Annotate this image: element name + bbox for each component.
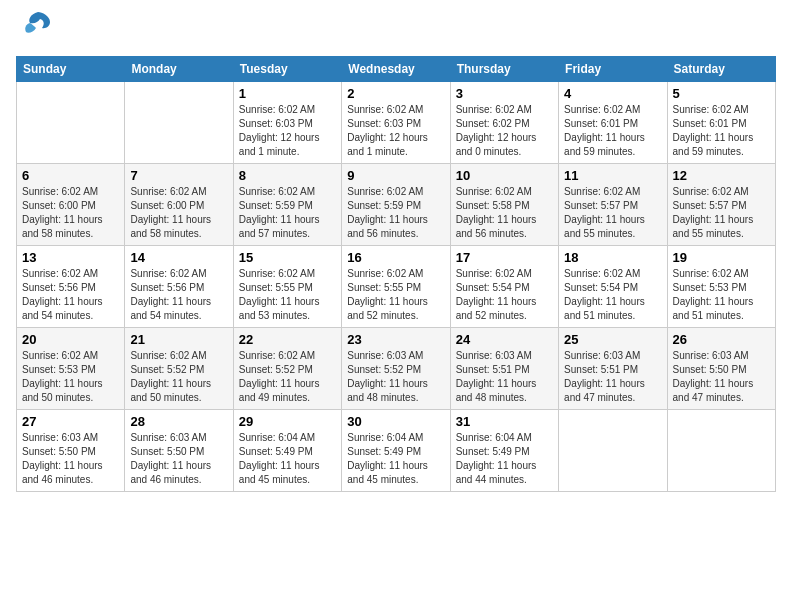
day-number: 5 — [673, 86, 770, 101]
day-info: Sunrise: 6:04 AM Sunset: 5:49 PM Dayligh… — [456, 431, 553, 487]
day-info: Sunrise: 6:02 AM Sunset: 5:54 PM Dayligh… — [456, 267, 553, 323]
day-number: 7 — [130, 168, 227, 183]
logo — [16, 16, 56, 46]
day-info: Sunrise: 6:02 AM Sunset: 5:55 PM Dayligh… — [239, 267, 336, 323]
day-info: Sunrise: 6:03 AM Sunset: 5:52 PM Dayligh… — [347, 349, 444, 405]
calendar-cell: 16Sunrise: 6:02 AM Sunset: 5:55 PM Dayli… — [342, 246, 450, 328]
day-info: Sunrise: 6:03 AM Sunset: 5:50 PM Dayligh… — [130, 431, 227, 487]
calendar-cell: 13Sunrise: 6:02 AM Sunset: 5:56 PM Dayli… — [17, 246, 125, 328]
day-number: 14 — [130, 250, 227, 265]
calendar-cell: 9Sunrise: 6:02 AM Sunset: 5:59 PM Daylig… — [342, 164, 450, 246]
day-number: 21 — [130, 332, 227, 347]
calendar-cell: 21Sunrise: 6:02 AM Sunset: 5:52 PM Dayli… — [125, 328, 233, 410]
col-header-tuesday: Tuesday — [233, 57, 341, 82]
day-number: 15 — [239, 250, 336, 265]
calendar-cell: 23Sunrise: 6:03 AM Sunset: 5:52 PM Dayli… — [342, 328, 450, 410]
day-number: 8 — [239, 168, 336, 183]
calendar-cell: 28Sunrise: 6:03 AM Sunset: 5:50 PM Dayli… — [125, 410, 233, 492]
day-info: Sunrise: 6:03 AM Sunset: 5:51 PM Dayligh… — [456, 349, 553, 405]
calendar-cell: 5Sunrise: 6:02 AM Sunset: 6:01 PM Daylig… — [667, 82, 775, 164]
day-info: Sunrise: 6:02 AM Sunset: 5:52 PM Dayligh… — [130, 349, 227, 405]
calendar-table: SundayMondayTuesdayWednesdayThursdayFrid… — [16, 56, 776, 492]
col-header-sunday: Sunday — [17, 57, 125, 82]
col-header-wednesday: Wednesday — [342, 57, 450, 82]
calendar-cell: 25Sunrise: 6:03 AM Sunset: 5:51 PM Dayli… — [559, 328, 667, 410]
day-info: Sunrise: 6:02 AM Sunset: 6:00 PM Dayligh… — [22, 185, 119, 241]
calendar-cell: 18Sunrise: 6:02 AM Sunset: 5:54 PM Dayli… — [559, 246, 667, 328]
day-info: Sunrise: 6:02 AM Sunset: 5:56 PM Dayligh… — [130, 267, 227, 323]
calendar-cell: 11Sunrise: 6:02 AM Sunset: 5:57 PM Dayli… — [559, 164, 667, 246]
day-info: Sunrise: 6:02 AM Sunset: 6:03 PM Dayligh… — [347, 103, 444, 159]
calendar-cell: 31Sunrise: 6:04 AM Sunset: 5:49 PM Dayli… — [450, 410, 558, 492]
logo-bird-icon — [20, 6, 56, 46]
day-info: Sunrise: 6:03 AM Sunset: 5:50 PM Dayligh… — [22, 431, 119, 487]
col-header-saturday: Saturday — [667, 57, 775, 82]
day-info: Sunrise: 6:02 AM Sunset: 5:53 PM Dayligh… — [673, 267, 770, 323]
day-number: 28 — [130, 414, 227, 429]
calendar-cell: 4Sunrise: 6:02 AM Sunset: 6:01 PM Daylig… — [559, 82, 667, 164]
day-number: 29 — [239, 414, 336, 429]
day-number: 10 — [456, 168, 553, 183]
day-number: 24 — [456, 332, 553, 347]
calendar-cell: 15Sunrise: 6:02 AM Sunset: 5:55 PM Dayli… — [233, 246, 341, 328]
day-number: 12 — [673, 168, 770, 183]
day-info: Sunrise: 6:02 AM Sunset: 6:01 PM Dayligh… — [673, 103, 770, 159]
calendar-cell: 19Sunrise: 6:02 AM Sunset: 5:53 PM Dayli… — [667, 246, 775, 328]
day-number: 23 — [347, 332, 444, 347]
calendar-cell: 10Sunrise: 6:02 AM Sunset: 5:58 PM Dayli… — [450, 164, 558, 246]
day-number: 9 — [347, 168, 444, 183]
day-number: 26 — [673, 332, 770, 347]
day-number: 25 — [564, 332, 661, 347]
calendar-cell: 29Sunrise: 6:04 AM Sunset: 5:49 PM Dayli… — [233, 410, 341, 492]
day-info: Sunrise: 6:02 AM Sunset: 5:57 PM Dayligh… — [564, 185, 661, 241]
col-header-friday: Friday — [559, 57, 667, 82]
day-number: 6 — [22, 168, 119, 183]
day-number: 27 — [22, 414, 119, 429]
calendar-cell: 24Sunrise: 6:03 AM Sunset: 5:51 PM Dayli… — [450, 328, 558, 410]
calendar-cell — [17, 82, 125, 164]
calendar-cell: 2Sunrise: 6:02 AM Sunset: 6:03 PM Daylig… — [342, 82, 450, 164]
day-number: 17 — [456, 250, 553, 265]
calendar-cell: 7Sunrise: 6:02 AM Sunset: 6:00 PM Daylig… — [125, 164, 233, 246]
day-number: 20 — [22, 332, 119, 347]
day-info: Sunrise: 6:02 AM Sunset: 5:52 PM Dayligh… — [239, 349, 336, 405]
day-info: Sunrise: 6:02 AM Sunset: 6:01 PM Dayligh… — [564, 103, 661, 159]
calendar-cell — [125, 82, 233, 164]
col-header-thursday: Thursday — [450, 57, 558, 82]
calendar-cell: 20Sunrise: 6:02 AM Sunset: 5:53 PM Dayli… — [17, 328, 125, 410]
calendar-cell: 17Sunrise: 6:02 AM Sunset: 5:54 PM Dayli… — [450, 246, 558, 328]
header — [16, 16, 776, 46]
day-info: Sunrise: 6:02 AM Sunset: 6:03 PM Dayligh… — [239, 103, 336, 159]
day-number: 31 — [456, 414, 553, 429]
calendar-cell: 3Sunrise: 6:02 AM Sunset: 6:02 PM Daylig… — [450, 82, 558, 164]
day-info: Sunrise: 6:04 AM Sunset: 5:49 PM Dayligh… — [239, 431, 336, 487]
day-info: Sunrise: 6:03 AM Sunset: 5:50 PM Dayligh… — [673, 349, 770, 405]
day-number: 11 — [564, 168, 661, 183]
day-number: 16 — [347, 250, 444, 265]
calendar-cell: 8Sunrise: 6:02 AM Sunset: 5:59 PM Daylig… — [233, 164, 341, 246]
calendar-cell: 26Sunrise: 6:03 AM Sunset: 5:50 PM Dayli… — [667, 328, 775, 410]
day-info: Sunrise: 6:02 AM Sunset: 5:58 PM Dayligh… — [456, 185, 553, 241]
calendar-header: SundayMondayTuesdayWednesdayThursdayFrid… — [17, 57, 776, 82]
day-info: Sunrise: 6:02 AM Sunset: 5:55 PM Dayligh… — [347, 267, 444, 323]
day-info: Sunrise: 6:02 AM Sunset: 5:59 PM Dayligh… — [239, 185, 336, 241]
day-number: 30 — [347, 414, 444, 429]
day-number: 13 — [22, 250, 119, 265]
day-info: Sunrise: 6:02 AM Sunset: 6:00 PM Dayligh… — [130, 185, 227, 241]
calendar-cell: 1Sunrise: 6:02 AM Sunset: 6:03 PM Daylig… — [233, 82, 341, 164]
day-number: 18 — [564, 250, 661, 265]
day-info: Sunrise: 6:02 AM Sunset: 5:56 PM Dayligh… — [22, 267, 119, 323]
calendar-cell: 14Sunrise: 6:02 AM Sunset: 5:56 PM Dayli… — [125, 246, 233, 328]
calendar-cell: 30Sunrise: 6:04 AM Sunset: 5:49 PM Dayli… — [342, 410, 450, 492]
calendar-cell — [667, 410, 775, 492]
day-number: 19 — [673, 250, 770, 265]
day-info: Sunrise: 6:03 AM Sunset: 5:51 PM Dayligh… — [564, 349, 661, 405]
calendar-cell: 22Sunrise: 6:02 AM Sunset: 5:52 PM Dayli… — [233, 328, 341, 410]
calendar-cell: 6Sunrise: 6:02 AM Sunset: 6:00 PM Daylig… — [17, 164, 125, 246]
day-number: 1 — [239, 86, 336, 101]
day-info: Sunrise: 6:04 AM Sunset: 5:49 PM Dayligh… — [347, 431, 444, 487]
day-info: Sunrise: 6:02 AM Sunset: 6:02 PM Dayligh… — [456, 103, 553, 159]
day-info: Sunrise: 6:02 AM Sunset: 5:57 PM Dayligh… — [673, 185, 770, 241]
day-number: 4 — [564, 86, 661, 101]
day-number: 2 — [347, 86, 444, 101]
